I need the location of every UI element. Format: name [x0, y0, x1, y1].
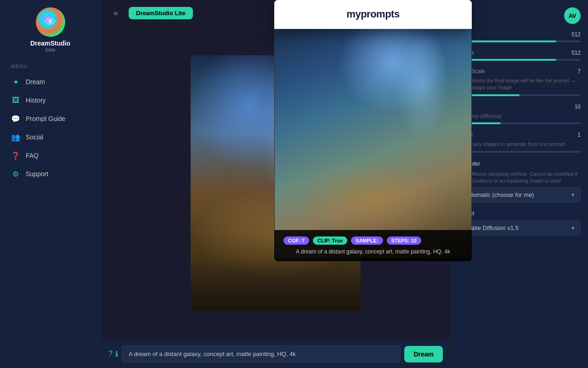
- height-setting: Height 512: [458, 50, 581, 61]
- steps-slider[interactable]: [458, 122, 581, 124]
- width-slider[interactable]: [458, 40, 581, 42]
- myprompts-image: [274, 28, 472, 258]
- myprompts-logo: myprompts: [285, 8, 461, 20]
- prompt-bar: ? ℹ Dream: [101, 339, 450, 368]
- sidebar: 👁 DreamStudio beta MENU ✦ Dream 🖼 Histor…: [0, 0, 101, 368]
- history-icon: 🖼: [11, 96, 20, 105]
- badge-steps: STEPS: 10: [387, 236, 421, 245]
- sidebar-item-history[interactable]: 🖼 History: [0, 91, 101, 109]
- question-icon: ?: [108, 350, 113, 358]
- chevron-down-icon-model: ▾: [571, 224, 575, 231]
- cfg-value: 7: [577, 68, 581, 75]
- dream-icon: ✦: [11, 77, 20, 86]
- social-icon: 👥: [11, 132, 20, 142]
- sidebar-label-dream: Dream: [26, 78, 45, 86]
- width-setting: Width 512: [458, 31, 581, 42]
- count-desc: How many images to generate from one pro…: [458, 141, 581, 148]
- count-slider[interactable]: [458, 151, 581, 153]
- model-value: Stable Diffusion v1.5: [464, 224, 519, 231]
- faq-icon: ❓: [11, 151, 20, 160]
- sampler-desc: The diffusion sampling method. Cannot be…: [458, 171, 581, 185]
- chevron-down-icon: ▾: [571, 191, 575, 198]
- menu-label: MENU: [11, 63, 28, 69]
- app-beta: beta: [45, 47, 55, 52]
- prompt-guide-icon: 💬: [11, 114, 20, 123]
- cfg-setting: CFG Scale 7 How closely the final image …: [458, 68, 581, 96]
- collapse-sidebar-button[interactable]: «: [108, 6, 123, 20]
- steps-setting: Steps 10 sampling (diffusing): [458, 104, 581, 124]
- badge-cgf: CGF: 7: [283, 236, 309, 245]
- prompt-caption: A dream of a distant galaxy, concept art…: [283, 248, 463, 255]
- model-label: Model: [458, 210, 581, 217]
- chevron-left-icon: «: [113, 8, 118, 18]
- height-value: 512: [571, 50, 581, 56]
- myprompts-footer: CGF: 7 CLIP: True SAMPLE: STEPS: 10 A dr…: [274, 230, 472, 261]
- width-value: 512: [571, 31, 581, 38]
- count-value: 1: [577, 132, 581, 138]
- support-icon: ⚙: [11, 169, 20, 178]
- sidebar-item-faq[interactable]: ❓ FAQ: [0, 146, 101, 165]
- avatar-area: AV: [458, 7, 581, 24]
- prompt-input[interactable]: [122, 345, 401, 362]
- height-slider[interactable]: [458, 59, 581, 61]
- cfg-desc: How closely the final image will be like…: [458, 77, 581, 92]
- sampler-value: Automatic (choose for me): [464, 191, 534, 198]
- info-icon: ℹ: [115, 350, 118, 358]
- prompt-icons: ? ℹ: [108, 350, 118, 358]
- sidebar-label-faq: FAQ: [26, 152, 39, 159]
- dream-button[interactable]: Dream: [404, 346, 443, 362]
- sidebar-item-dream[interactable]: ✦ Dream: [0, 73, 101, 91]
- badge-clip: CLIP: True: [313, 236, 347, 245]
- badges-row: CGF: 7 CLIP: True SAMPLE: STEPS: 10: [283, 236, 463, 245]
- model-setting: Model Stable Diffusion v1.5 ▾: [458, 210, 581, 236]
- logo-icon: 👁: [36, 7, 65, 37]
- sampler-dropdown[interactable]: Automatic (choose for me) ▾: [458, 187, 581, 202]
- steps-desc: sampling (diffusing): [458, 113, 581, 120]
- sidebar-label-history: History: [26, 97, 46, 104]
- sidebar-label-support: Support: [26, 170, 48, 178]
- sampler-label: Sampler: [458, 160, 581, 167]
- badge-sample: SAMPLE:: [351, 236, 383, 245]
- sidebar-label-prompt-guide: Prompt Guide: [26, 115, 65, 122]
- count-setting: Count 1 How many images to generate from…: [458, 132, 581, 152]
- avatar: AV: [564, 7, 581, 24]
- sidebar-item-prompt-guide[interactable]: 💬 Prompt Guide: [0, 109, 101, 128]
- sidebar-item-support[interactable]: ⚙ Support: [0, 165, 101, 183]
- logo-area: 👁 DreamStudio beta: [30, 7, 70, 52]
- myprompts-header: myprompts: [274, 0, 472, 29]
- sampler-setting: Sampler The diffusion sampling method. C…: [458, 160, 581, 203]
- cfg-slider[interactable]: [458, 94, 581, 96]
- sidebar-label-social: Social: [26, 133, 43, 141]
- seed-label: Seed: [458, 243, 581, 250]
- model-dropdown[interactable]: Stable Diffusion v1.5 ▾: [458, 220, 581, 236]
- steps-value: 10: [575, 104, 581, 110]
- sidebar-item-social[interactable]: 👥 Social: [0, 128, 101, 146]
- app-name: DreamStudio: [30, 40, 70, 47]
- dreamstudio-lite-tab[interactable]: DreamStudio Lite: [129, 7, 193, 19]
- seed-setting: Seed: [458, 243, 581, 251]
- myprompts-overlay: myprompts: [274, 0, 472, 29]
